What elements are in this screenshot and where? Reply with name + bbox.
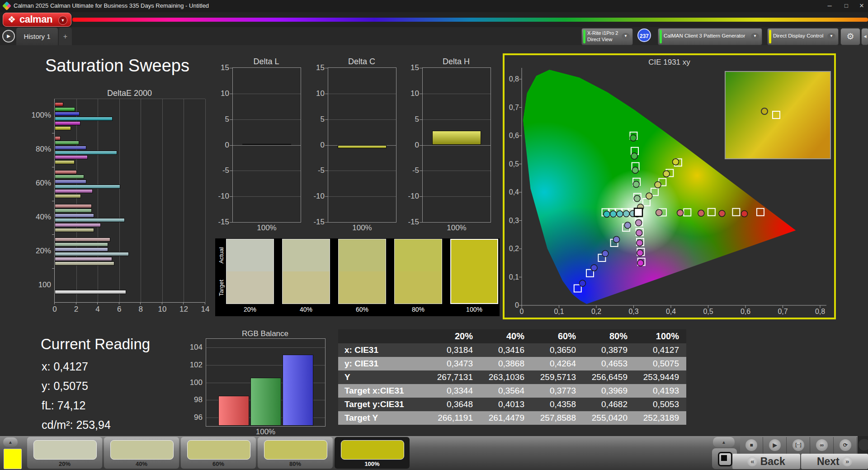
- y-tick: [230, 68, 233, 68]
- group-label: 60%: [19, 179, 51, 188]
- calman-logo-text: calman: [19, 14, 52, 25]
- continuous-icon: ∞: [816, 439, 828, 451]
- expand-patches-button[interactable]: ▲: [3, 437, 18, 447]
- y-tick-label: -10: [401, 192, 419, 201]
- saturation-swatch-strip: Actual Target 20%40%60%80%100%: [215, 238, 500, 316]
- deltae-bar: [55, 170, 77, 174]
- meter-dropdown[interactable]: X-Rite i1Pro 2 Direct View ▼: [581, 28, 633, 45]
- next-label: Next: [817, 456, 840, 467]
- gridline: [205, 99, 206, 302]
- add-tab-button[interactable]: +: [59, 28, 72, 45]
- row-label: Target y:CIE31: [338, 398, 429, 411]
- table-corner: [338, 329, 429, 343]
- table-row: y: CIE310,34730,38680,42640,46530,5075: [338, 357, 686, 370]
- y-tick-label: 96: [186, 413, 203, 422]
- pattern-level-button[interactable]: 40%: [104, 437, 179, 469]
- swatch-actual: [283, 239, 330, 271]
- column-header: 20%: [429, 329, 480, 343]
- y-tick: [230, 145, 233, 146]
- next-button[interactable]: Next »: [801, 454, 868, 469]
- pattern-level-button[interactable]: 60%: [181, 437, 256, 469]
- table-cell: 0,3650: [532, 343, 583, 357]
- table-cell: 0,4358: [532, 398, 583, 411]
- cie-y-tick-label: 0,2: [505, 245, 519, 253]
- gridline: [98, 99, 98, 302]
- stop-button[interactable]: ■: [740, 437, 763, 454]
- cie-x-tick-label: 0,4: [663, 308, 679, 316]
- y-tick-label: 10: [401, 89, 419, 98]
- cie-x-tick-label: 0,7: [775, 308, 791, 316]
- table-cell: 0,4653: [583, 357, 635, 370]
- layout-nav-button[interactable]: ▶: [2, 30, 15, 43]
- x-tick-label: 10: [153, 305, 171, 314]
- y-tick-label: -10: [211, 192, 229, 201]
- chevron-right-icon: »: [842, 456, 852, 466]
- settings-button[interactable]: ⚙: [840, 28, 860, 45]
- pattern-level-button[interactable]: 80%: [258, 437, 333, 469]
- delta-h-chart: 151050-5-10-15: [422, 67, 491, 223]
- title-bar: Calman 2025 Calman Ultimate for Business…: [0, 0, 868, 12]
- tab-history-1[interactable]: History 1: [16, 28, 58, 45]
- chevron-down-icon: ▼: [622, 33, 630, 39]
- group-label: 100%: [19, 111, 51, 120]
- reading-fl: fL: 74,12: [42, 399, 85, 412]
- swatch-label: 40%: [282, 306, 330, 313]
- back-label: Back: [760, 456, 785, 467]
- table-cell: 266,1191: [429, 411, 480, 425]
- table-cell: 256,6459: [583, 370, 635, 384]
- play-button[interactable]: ▶: [764, 437, 787, 454]
- cie-x-tick-label: 0,6: [737, 308, 754, 316]
- row-label: Target x:CIE31: [338, 384, 429, 398]
- cie-x-tick-label: 0: [514, 308, 530, 316]
- y-tick: [420, 222, 423, 223]
- table-row: Target x:CIE310,33440,35640,37730,39690,…: [338, 384, 686, 398]
- meter-count-badge[interactable]: 237: [637, 28, 651, 42]
- pattern-level-button[interactable]: 100%: [335, 437, 410, 469]
- y-tick-label: -15: [307, 218, 325, 227]
- deltae-bar: [55, 126, 71, 130]
- loop-button[interactable]: ⟳: [834, 437, 857, 454]
- cie-x-tick-label: 0,2: [588, 308, 604, 316]
- collapse-toolbar-button[interactable]: ◀: [861, 28, 868, 45]
- delta-bar: [338, 145, 387, 148]
- series-button[interactable]: [··]: [787, 437, 810, 454]
- row-label: y: CIE31: [338, 357, 429, 370]
- measurement-table: 20%40%60%80%100%x: CIE310,31840,34160,36…: [338, 329, 686, 425]
- display-control-dropdown[interactable]: Direct Display Control ▼: [767, 28, 839, 45]
- current-pattern-swatch: [4, 449, 22, 469]
- table-cell: 253,9449: [635, 370, 686, 384]
- close-button[interactable]: ✕: [854, 0, 868, 12]
- gridline: [233, 145, 301, 146]
- back-button[interactable]: « Back: [732, 454, 800, 469]
- cie-x-tick-label: 0,8: [812, 308, 828, 316]
- deltae-bar: [55, 102, 63, 106]
- cie-1931-panel: CIE 1931 xy 0,80,70,60,50,40,30,20,1000,…: [503, 53, 836, 319]
- table-cell: 0,4682: [583, 398, 635, 411]
- table-cell: 0,3969: [583, 384, 635, 398]
- maximize-button[interactable]: □: [839, 0, 854, 12]
- y-tick: [325, 171, 328, 171]
- cie-y-tick-label: 0,7: [505, 104, 519, 112]
- pattern-level-button[interactable]: 20%: [27, 437, 102, 469]
- y-tick: [230, 222, 233, 223]
- y-tick: [420, 119, 423, 120]
- table-cell: 0,4193: [635, 384, 686, 398]
- table-cell: 0,3868: [480, 357, 532, 370]
- delta-h-xlabel: 100%: [422, 223, 491, 233]
- loop-icon: ⟳: [840, 439, 851, 451]
- expand-controls-button[interactable]: ▲: [713, 437, 735, 447]
- table-row: Target Y266,1191261,4479257,8588255,0420…: [338, 411, 686, 425]
- delta-c-chart: 151050-5-10-15: [328, 67, 396, 223]
- pattern-generator-label: CalMAN Client 3 Pattern Generator: [664, 33, 745, 38]
- saturation-swatch: [226, 239, 274, 304]
- calman-menu-button[interactable]: ❖ calman ▼: [3, 13, 71, 27]
- swatch-actual: [395, 239, 442, 271]
- y-tick: [230, 94, 233, 94]
- x-tick: [205, 302, 205, 304]
- x-tick-label: 12: [175, 305, 193, 314]
- minimize-button[interactable]: ─: [822, 0, 837, 12]
- continuous-button[interactable]: ∞: [811, 437, 834, 454]
- swatch-target: [451, 271, 497, 303]
- cie-x-tick-label: 0,1: [551, 308, 567, 316]
- pattern-generator-dropdown[interactable]: CalMAN Client 3 Pattern Generator ▼: [658, 28, 762, 45]
